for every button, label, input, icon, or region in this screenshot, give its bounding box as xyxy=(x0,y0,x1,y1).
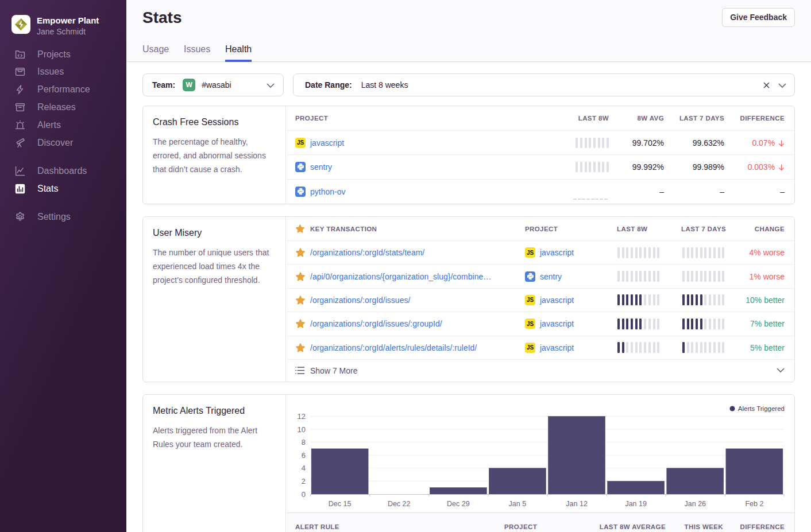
svg-text:10: 10 xyxy=(298,425,306,434)
svg-text:Dec 22: Dec 22 xyxy=(388,500,411,508)
svg-text:Dec 29: Dec 29 xyxy=(447,500,470,508)
svg-text:2: 2 xyxy=(302,477,306,486)
svg-text:6: 6 xyxy=(302,451,306,460)
svg-text:Jan 19: Jan 19 xyxy=(625,500,647,508)
svg-text:8: 8 xyxy=(302,438,306,446)
svg-text:Jan 26: Jan 26 xyxy=(685,500,706,508)
svg-text:0: 0 xyxy=(302,490,306,499)
svg-text:12: 12 xyxy=(298,412,306,421)
svg-text:Feb 2: Feb 2 xyxy=(745,500,763,508)
svg-text:4: 4 xyxy=(302,464,306,472)
svg-text:Jan 12: Jan 12 xyxy=(566,500,588,508)
svg-text:Alerts Triggered: Alerts Triggered xyxy=(738,405,785,412)
svg-text:Dec 15: Dec 15 xyxy=(329,500,352,508)
svg-text:Jan 5: Jan 5 xyxy=(509,500,527,508)
